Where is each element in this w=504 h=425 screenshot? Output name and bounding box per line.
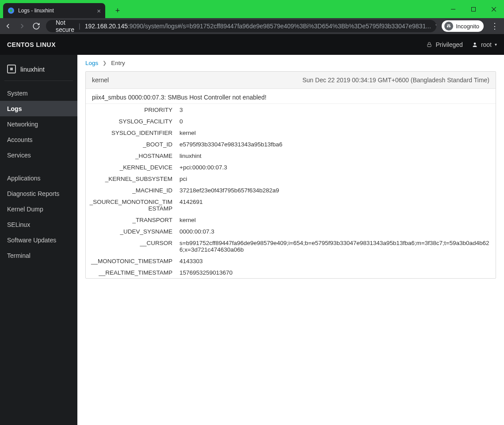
field-value: kernel [176, 214, 496, 226]
svg-point-11 [474, 42, 476, 45]
field-key: _KERNEL_SUBSYSTEM [86, 173, 176, 184]
content-area: Logs ❯ Entry kernel Sun Dec 22 2019 00:3… [77, 55, 504, 425]
svg-point-1 [10, 9, 12, 12]
maximize-button[interactable] [463, 0, 484, 18]
table-row: _UDEV_SYSNAME0000:00:07.3 [86, 226, 496, 237]
browser-toolbar: Not secure | 192.168.20.145:9090/system/… [0, 18, 504, 34]
table-row: __CURSORs=b991752cff89447fa96de9e98579e4… [86, 237, 496, 255]
incognito-label: Incognito [456, 23, 479, 30]
chevron-right-icon: ❯ [103, 60, 107, 66]
table-row: __REALTIME_TIMESTAMP1576953259013670 [86, 267, 496, 278]
browser-menu-button[interactable]: ⋮ [489, 21, 500, 31]
table-row: SYSLOG_IDENTIFIERkernel [86, 127, 496, 138]
field-key: __MONOTONIC_TIMESTAMP [86, 255, 176, 267]
field-key: _SOURCE_MONOTONIC_TIMESTAMP [86, 196, 176, 214]
log-time-label: Sun Dec 22 2019 00:34:19 GMT+0600 (Bangl… [302, 77, 489, 84]
incognito-icon [444, 22, 453, 31]
sidebar-separator [4, 80, 73, 81]
log-entry-header: kernel Sun Dec 22 2019 00:34:19 GMT+0600… [86, 72, 496, 89]
minimize-button[interactable] [443, 0, 463, 18]
not-secure-label: Not secure [56, 20, 74, 32]
sidebar-item-networking[interactable]: Networking [0, 116, 77, 132]
host-icon [7, 65, 16, 73]
field-key: _KERNEL_DEVICE [86, 161, 176, 173]
incognito-badge[interactable]: Incognito [442, 20, 484, 32]
sidebar-item-logs[interactable]: Logs [0, 101, 77, 116]
field-value: 4143303 [176, 255, 496, 267]
sidebar-item-kernel-dump[interactable]: Kernel Dump [0, 201, 77, 217]
breadcrumb: Logs ❯ Entry [77, 55, 504, 71]
svg-point-7 [447, 26, 449, 27]
sidebar-host-label: linuxhint [20, 65, 45, 73]
sidebar-group-spacer [0, 163, 77, 170]
field-key: _MACHINE_ID [86, 184, 176, 196]
sidebar: linuxhint SystemLogsNetworkingAccountsSe… [0, 55, 77, 425]
app-topbar: CENTOS LINUX Privileged root ▾ [0, 34, 504, 55]
field-value: +pci:0000:00:07.3 [176, 161, 496, 173]
svg-rect-3 [472, 7, 476, 11]
sidebar-host[interactable]: linuxhint [0, 61, 77, 75]
field-key: PRIORITY [86, 104, 176, 115]
svg-marker-6 [436, 23, 436, 28]
window-controls [443, 0, 504, 18]
field-key: _TRANSPORT [86, 214, 176, 226]
sidebar-item-selinux[interactable]: SELinux [0, 217, 77, 233]
log-message-row: piix4_smbus 0000:00:07.3: SMBus Host Con… [86, 89, 496, 104]
log-fields-table: PRIORITY3SYSLOG_FACILITY0SYSLOG_IDENTIFI… [86, 104, 496, 278]
app-root: CENTOS LINUX Privileged root ▾ linuxhint… [0, 34, 504, 425]
sidebar-item-system[interactable]: System [0, 85, 77, 101]
field-value: 37218ef23e0f43f795b657f634b282a9 [176, 184, 496, 196]
breadcrumb-current: Entry [111, 60, 125, 66]
tab-title: Logs - linuxhint [18, 8, 93, 14]
brand-label: CENTOS LINUX [7, 41, 56, 48]
table-row: PRIORITY3 [86, 104, 496, 115]
privileged-label: Privileged [435, 41, 462, 48]
field-key: _BOOT_ID [86, 138, 176, 150]
chevron-down-icon: ▾ [495, 42, 497, 47]
svg-point-8 [449, 26, 451, 27]
reload-button[interactable] [32, 22, 41, 31]
field-value: 3 [176, 104, 496, 115]
user-label: root [481, 41, 492, 48]
favicon-icon [8, 7, 15, 14]
privileged-button[interactable]: Privileged [426, 41, 462, 48]
user-icon [472, 42, 478, 48]
sidebar-item-applications[interactable]: Applications [0, 170, 77, 186]
back-button[interactable] [4, 22, 12, 31]
sidebar-item-services[interactable]: Services [0, 148, 77, 163]
field-key: SYSLOG_FACILITY [86, 115, 176, 127]
field-key: _HOSTNAME [86, 150, 176, 161]
field-key: __CURSOR [86, 237, 176, 255]
user-menu-button[interactable]: root ▾ [472, 41, 497, 48]
table-row: _TRANSPORTkernel [86, 214, 496, 226]
close-tab-icon[interactable]: × [97, 7, 101, 15]
browser-tab[interactable]: Logs - linuxhint × [3, 3, 105, 18]
field-value: pci [176, 173, 496, 184]
url-text: 192.168.20.145:9090/system/logs#/s=b9917… [85, 23, 431, 30]
svg-rect-9 [447, 25, 451, 26]
log-entry-panel: kernel Sun Dec 22 2019 00:34:19 GMT+0600… [85, 71, 496, 279]
log-source-label: kernel [92, 77, 109, 84]
table-row: _SOURCE_MONOTONIC_TIMESTAMP4142691 [86, 196, 496, 214]
table-row: _BOOT_IDe5795f93b33047e9831343a95b13fba6 [86, 138, 496, 150]
field-value: linuxhint [176, 150, 496, 161]
field-key: __REALTIME_TIMESTAMP [86, 267, 176, 278]
browser-titlebar: Logs - linuxhint × + [0, 0, 504, 18]
table-row: __MONOTONIC_TIMESTAMP4143303 [86, 255, 496, 267]
table-row: _MACHINE_ID37218ef23e0f43f795b657f634b28… [86, 184, 496, 196]
table-row: _HOSTNAMElinuxhint [86, 150, 496, 161]
sidebar-item-terminal[interactable]: Terminal [0, 248, 77, 264]
sidebar-item-diagnostic-reports[interactable]: Diagnostic Reports [0, 186, 77, 201]
address-bar[interactable]: Not secure | 192.168.20.145:9090/system/… [46, 20, 436, 32]
field-value: 1576953259013670 [176, 267, 496, 278]
sidebar-item-software-updates[interactable]: Software Updates [0, 233, 77, 248]
table-row: SYSLOG_FACILITY0 [86, 115, 496, 127]
breadcrumb-logs-link[interactable]: Logs [85, 60, 98, 66]
field-value: 4142691 [176, 196, 496, 214]
new-tab-button[interactable]: + [111, 4, 124, 17]
close-window-button[interactable] [484, 0, 504, 18]
sidebar-item-accounts[interactable]: Accounts [0, 132, 77, 148]
field-key: SYSLOG_IDENTIFIER [86, 127, 176, 138]
forward-button[interactable] [18, 22, 27, 31]
bookmark-icon[interactable] [435, 22, 436, 31]
